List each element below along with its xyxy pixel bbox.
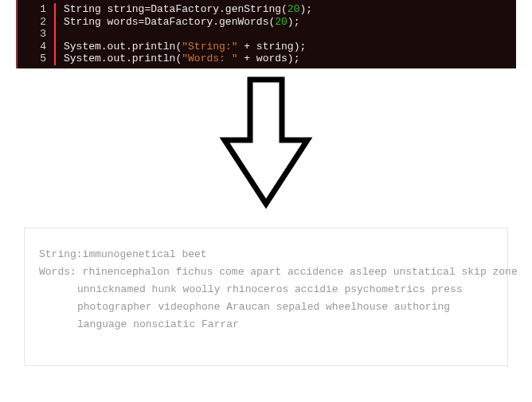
- gutter-marker: [54, 3, 56, 16]
- output-line-words-3: photographer videophone Araucan sepaled …: [39, 299, 493, 316]
- line-number: 5: [18, 53, 54, 65]
- gutter-marker: [54, 28, 56, 41]
- output-block: String:immunogenetical beet Words: rhine…: [24, 228, 508, 366]
- gutter-marker: [54, 53, 56, 65]
- code-content: System.out.println("Words: " + words);: [64, 53, 299, 65]
- code-content: String words=DataFactory.genWords(20);: [64, 16, 299, 29]
- code-line: 2String words=DataFactory.genWords(20);: [18, 16, 516, 29]
- output-line-words-2: unnicknamed hunk woolly rhinoceros accid…: [39, 281, 493, 299]
- code-block: 1String string=DataFactory.genString(20)…: [16, 0, 516, 68]
- code-line: 1String string=DataFactory.genString(20)…: [18, 3, 516, 16]
- line-number: 1: [18, 3, 54, 16]
- code-line: 3: [18, 28, 516, 41]
- code-line: 4System.out.println("String:" + string);: [18, 41, 516, 53]
- output-line-words-1: Words: rhinencephalon fichus come apart …: [39, 263, 493, 281]
- arrow-down-icon: [0, 76, 532, 212]
- line-number: 4: [18, 41, 54, 53]
- gutter-marker: [54, 16, 56, 29]
- gutter-marker: [54, 41, 56, 53]
- code-line: 5System.out.println("Words: " + words);: [18, 53, 516, 65]
- code-content: String string=DataFactory.genString(20);: [64, 3, 312, 16]
- line-number: 3: [18, 28, 54, 41]
- code-content: System.out.println("String:" + string);: [64, 41, 306, 53]
- output-line-words-4: language nonsciatic Farrar: [39, 316, 493, 334]
- output-line-string: String:immunogenetical beet: [39, 246, 493, 263]
- line-number: 2: [18, 16, 54, 29]
